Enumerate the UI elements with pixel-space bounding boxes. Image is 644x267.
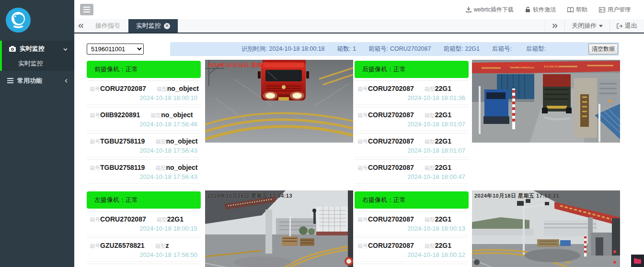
help-link[interactable]: 帮助 bbox=[567, 6, 587, 14]
box-no-value: GZUZ6578821 bbox=[100, 242, 145, 249]
clear-data-button[interactable]: 清空数据 bbox=[588, 44, 618, 55]
left-camera-status-badge: 左摄像机：正常 bbox=[87, 191, 201, 209]
camera-timestamp-overlay: 2024年10月18日 星期五 17:54:13 bbox=[207, 192, 292, 200]
sidebar-group-common[interactable]: 常用功能 bbox=[0, 73, 74, 89]
box-type-label: 箱型 bbox=[155, 138, 166, 145]
camera-icon bbox=[9, 46, 16, 52]
left-camera-record-list: 箱号CORU2702087箱型22G12024-10-18 18:00:15箱号… bbox=[87, 211, 201, 267]
box-type-value: no_object bbox=[166, 137, 197, 145]
recognition-time: 识别时间:2024-10-18 18:00:18 bbox=[242, 45, 325, 53]
close-operations-dropdown[interactable]: 关闭操作 bbox=[564, 19, 610, 33]
record-timestamp: 2024-10-18 17:56:43 bbox=[139, 173, 197, 180]
record-item: 箱号TGBU2758119箱型no_object2024-10-18 17:56… bbox=[87, 159, 201, 183]
download-icon bbox=[466, 7, 472, 12]
record-item: 箱号CORU2702087箱型22G12024-10-18 18:00:47 bbox=[355, 159, 469, 183]
record-item: 箱号GZUZ6578821箱型z2024-10-18 17:56:50 bbox=[87, 237, 201, 261]
record-item: 箱号CORU2702087箱型no_object2024-10-18 18:00… bbox=[87, 80, 201, 104]
software-activation-link[interactable]: 软件激活 bbox=[525, 6, 556, 14]
box-type-label: 箱型 bbox=[425, 86, 435, 93]
box-no-value: CORU2702087 bbox=[368, 242, 414, 249]
box-no-value: CORU2702087 bbox=[100, 215, 146, 223]
camera-feed-front: 2024年10月18日 星期五 18:02:05 bbox=[205, 60, 353, 143]
exit-button[interactable]: 退出 bbox=[610, 19, 644, 33]
front-box-type: 前箱型:22G1 bbox=[443, 45, 480, 53]
box-type-label: 箱型 bbox=[425, 216, 435, 223]
top-header: webrtc插件下载 软件激活 帮助 用户管理 bbox=[74, 0, 644, 19]
box-no-label: 箱号 bbox=[90, 165, 100, 172]
tab-realtime-monitor[interactable]: 实时监控 ✕ bbox=[128, 19, 178, 33]
box-no-label: 箱号 bbox=[357, 165, 368, 172]
box-type-value: 22G1 bbox=[435, 242, 451, 249]
sidebar-sub-label: 实时监控 bbox=[18, 59, 43, 68]
record-item: 箱号OIIB9220891箱型no_object2024-10-18 17:56… bbox=[87, 107, 201, 131]
camera-feed-left: 2024年10月18日 星期五 17:54:13 bbox=[205, 190, 353, 267]
webrtc-download-link[interactable]: webrtc插件下载 bbox=[466, 6, 514, 14]
record-timestamp: 2024-10-18 18:01:07 bbox=[407, 147, 465, 154]
sign-out-icon bbox=[617, 23, 622, 29]
camera-timestamp-overlay: 2024年10月18日 星期五 17:53:35 bbox=[474, 62, 559, 69]
tab-operation-guide[interactable]: 操作指引 bbox=[88, 19, 128, 33]
box-type-value: z bbox=[166, 242, 169, 249]
tab-bar: 操作指引 实时监控 ✕ 关闭操作 退出 bbox=[74, 19, 644, 33]
help-label: 帮助 bbox=[576, 6, 587, 14]
box-type-label: 箱型 bbox=[155, 243, 166, 250]
panel-left-camera: 左摄像机：正常 箱号CORU2702087箱型22G12024-10-18 18… bbox=[87, 191, 201, 267]
box-type-label: 箱型 bbox=[155, 165, 166, 172]
box-no-value: TGBU2758119 bbox=[100, 164, 145, 171]
panel-front-camera: 前摄像机：正常 箱号CORU2702087箱型no_object2024-10-… bbox=[87, 61, 201, 186]
sidebar-group-label: 实时监控 bbox=[20, 44, 45, 53]
box-type-value: no_object bbox=[161, 111, 193, 119]
user-management-link[interactable]: 用户管理 bbox=[599, 6, 631, 14]
box-no-value: TGBU2758119 bbox=[100, 137, 145, 145]
tabs-scroll-left-button[interactable] bbox=[74, 19, 88, 33]
record-timestamp: 2024-10-18 18:00:12 bbox=[407, 251, 465, 258]
box-type-value: 22G1 bbox=[435, 164, 451, 171]
box-no-label: 箱号 bbox=[357, 216, 368, 223]
box-no-value: CORU2702087 bbox=[368, 215, 414, 223]
box-no-label: 箱号 bbox=[90, 243, 100, 250]
webcam-logo-icon bbox=[6, 8, 31, 33]
record-timestamp: 2024-10-18 17:56:46 bbox=[139, 121, 197, 128]
sidebar: 实时监控 实时监控 常用功能 bbox=[0, 0, 74, 267]
record-timestamp: 2024-10-18 18:01:07 bbox=[407, 121, 465, 128]
record-timestamp: 2024-10-18 18:00:47 bbox=[407, 173, 465, 180]
camera-timestamp-overlay: 2024年10月18日 星期五 18:02:05 bbox=[207, 62, 292, 69]
folder-widget-button[interactable] bbox=[631, 255, 644, 267]
box-type-value: 22G1 bbox=[435, 111, 451, 119]
box-no-label: 箱号 bbox=[90, 216, 100, 223]
record-timestamp: 2024-10-18 18:00:13 bbox=[407, 225, 465, 232]
box-type-label: 箱型 bbox=[425, 243, 435, 250]
caret-down-icon bbox=[599, 25, 603, 27]
box-no-label: 箱号 bbox=[357, 138, 368, 145]
tabs-scroll-right-button[interactable] bbox=[545, 19, 564, 33]
device-select[interactable]: 5196011001 bbox=[87, 44, 144, 55]
record-timestamp: 2024-10-18 17:56:50 bbox=[139, 251, 197, 258]
exit-label: 退出 bbox=[625, 22, 637, 30]
camera-feed-right: 2024年10月18日 星期五 17:53:21 bbox=[472, 190, 620, 267]
box-type-value: 22G1 bbox=[435, 137, 451, 145]
user-management-label: 用户管理 bbox=[608, 6, 631, 14]
folder-icon bbox=[634, 258, 641, 264]
record-item: 箱号CORU2702087箱型22G12024-10-18 18:00:13 bbox=[355, 211, 469, 235]
box-type-label: 箱型 bbox=[425, 165, 435, 172]
box-no-value: OIIB9220891 bbox=[100, 111, 140, 119]
box-type-label: 箱型 bbox=[157, 216, 167, 223]
box-type-label: 箱型 bbox=[425, 138, 435, 145]
box-type-label: 箱型 bbox=[157, 86, 167, 93]
right-camera-status-badge: 右摄像机：正常 bbox=[355, 191, 469, 209]
record-item: 箱号CORU2702087箱型22G12024-10-18 18:01:07 bbox=[355, 107, 469, 131]
sidebar-toggle-button[interactable] bbox=[80, 4, 93, 15]
box-type-label: 箱型 bbox=[425, 112, 435, 119]
box-no-label: 箱号 bbox=[357, 86, 368, 93]
id-card-icon bbox=[599, 7, 605, 12]
box-no-value: CORU2702087 bbox=[368, 137, 414, 145]
sidebar-item-realtime-monitor[interactable]: 实时监控 bbox=[2, 56, 74, 71]
tab-close-icon[interactable]: ✕ bbox=[164, 23, 170, 29]
box-type-label: 箱型 bbox=[150, 112, 161, 119]
sidebar-group-realtime[interactable]: 实时监控 实时监控 bbox=[0, 41, 74, 71]
front-box-no: 前箱号:CORU2702087 bbox=[368, 45, 431, 53]
box-no-value: CORU2702087 bbox=[368, 164, 414, 171]
box-type-value: 22G1 bbox=[167, 215, 184, 223]
double-chevron-left-icon bbox=[78, 23, 84, 28]
tab-label: 操作指引 bbox=[95, 22, 120, 30]
